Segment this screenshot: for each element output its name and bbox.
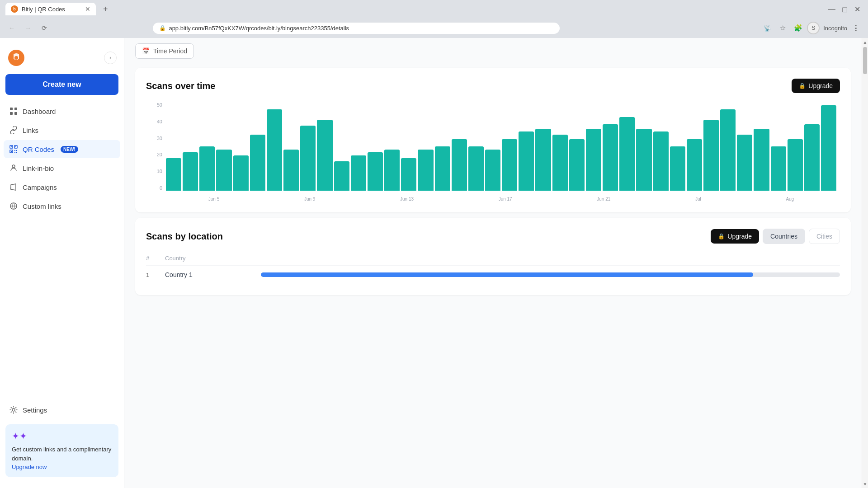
scroll-thumb[interactable]	[863, 47, 867, 74]
scans-upgrade-button[interactable]: 🔒 Upgrade	[792, 79, 840, 93]
promo-upgrade-link[interactable]: Upgrade now	[12, 464, 47, 470]
url-text: app.bitly.com/Bn57fQxKX7W/qrcodes/bit.ly…	[169, 25, 553, 32]
sidebar-item-qrcodes[interactable]: QR Codes NEW!	[4, 140, 120, 158]
bookmark-icon[interactable]: ☆	[776, 22, 789, 34]
cast-icon[interactable]: 📡	[761, 22, 774, 34]
new-tab-button[interactable]: +	[99, 3, 112, 16]
svg-rect-5	[14, 112, 17, 115]
bar-17	[452, 139, 467, 191]
bar-31	[687, 139, 702, 191]
svg-rect-3	[14, 108, 17, 110]
incognito-label: Incognito	[823, 25, 847, 32]
y-label-10: 10	[157, 169, 162, 174]
nav-forward-button[interactable]: →	[22, 22, 34, 34]
x-label-jul: Jul	[695, 197, 701, 202]
link-in-bio-icon	[9, 164, 18, 173]
countries-tab-button[interactable]: Countries	[763, 229, 805, 244]
y-label-20: 20	[157, 152, 162, 157]
browser-tab[interactable]: b Bitly | QR Codes ✕	[5, 3, 96, 15]
bar-26	[603, 124, 618, 191]
x-label-aug: Aug	[786, 197, 794, 202]
address-bar[interactable]: 🔒 app.bitly.com/Bn57fQxKX7W/qrcodes/bit.…	[153, 23, 560, 34]
cities-tab-button[interactable]: Cities	[809, 229, 840, 244]
location-table: # Country 1 Country 1	[146, 251, 840, 284]
browser-toolbar: ← → ⟳ 🔒 app.bitly.com/Bn57fQxKX7W/qrcode…	[0, 18, 868, 38]
row-country-name: Country 1	[165, 271, 255, 278]
bar-20	[502, 139, 517, 191]
scroll-up-button[interactable]: ▲	[862, 38, 868, 46]
window-restore-icon[interactable]: ◻	[839, 4, 850, 14]
settings-label: Settings	[23, 406, 47, 414]
bar-30	[670, 146, 685, 191]
browser-menu-icon[interactable]: ⋮	[850, 22, 863, 34]
svg-rect-7	[11, 146, 12, 147]
bar-24	[569, 139, 585, 191]
y-label-40: 40	[157, 119, 162, 124]
time-period-button[interactable]: 📅 Time Period	[135, 43, 194, 59]
bar-27	[619, 117, 635, 191]
sidebar-item-dashboard[interactable]: Dashboard	[4, 102, 120, 120]
x-label-jun17: Jun 17	[499, 197, 512, 202]
window-close-icon[interactable]: ✕	[852, 4, 863, 14]
sidebar-item-link-in-bio[interactable]: Link-in-bio	[4, 159, 120, 177]
row-bar-container	[261, 272, 840, 277]
sidebar-item-campaigns[interactable]: Campaigns	[4, 178, 120, 196]
svg-rect-2	[10, 108, 13, 110]
browser-titlebar: b Bitly | QR Codes ✕ + — ◻ ✕	[0, 0, 868, 18]
svg-rect-9	[15, 146, 16, 147]
scroll-down-button[interactable]: ▼	[862, 480, 868, 488]
sidebar-item-settings[interactable]: Settings	[4, 401, 120, 419]
bar-1	[183, 152, 198, 191]
user-profile-icon[interactable]: S	[807, 22, 820, 34]
sidebar-item-custom-links[interactable]: Custom links	[4, 197, 120, 215]
bar-21	[519, 131, 534, 191]
bar-3	[216, 150, 231, 191]
time-period-label: Time Period	[153, 47, 187, 55]
scans-upgrade-label: Upgrade	[808, 82, 833, 89]
tab-close-icon[interactable]: ✕	[85, 5, 90, 13]
sidebar-item-links[interactable]: Links	[4, 121, 120, 139]
bar-4	[233, 155, 249, 191]
svg-rect-12	[14, 150, 15, 151]
x-label-jun21: Jun 21	[597, 197, 610, 202]
y-label-30: 30	[157, 136, 162, 141]
create-new-button[interactable]: Create new	[5, 74, 118, 95]
svg-point-1	[14, 56, 18, 60]
nav-back-button[interactable]: ←	[5, 22, 18, 34]
x-label-jun13: Jun 13	[400, 197, 414, 202]
window-controls: — ◻ ✕	[826, 4, 863, 14]
table-col-num-header: #	[146, 255, 160, 262]
campaigns-icon	[9, 183, 18, 192]
bar-35	[754, 129, 769, 191]
scans-by-location-section: Scans by location 🔒 Upgrade Countries Ci…	[135, 218, 851, 295]
campaigns-label: Campaigns	[23, 183, 57, 191]
window-minimize-icon[interactable]: —	[826, 4, 837, 14]
sidebar-collapse-button[interactable]: ‹	[104, 52, 117, 64]
svg-rect-15	[16, 152, 17, 153]
dashboard-icon	[9, 107, 18, 116]
x-label-jun5: Jun 5	[208, 197, 219, 202]
main-content: 📅 Time Period Scans over time 🔒 Upgrade …	[124, 38, 862, 488]
table-row: 1 Country 1	[146, 266, 840, 284]
nav-reload-button[interactable]: ⟳	[38, 22, 51, 34]
bar-2	[199, 146, 215, 191]
location-upgrade-button[interactable]: 🔒 Upgrade	[711, 229, 759, 244]
lock-icon: 🔒	[159, 25, 166, 31]
promo-stars-icon: ✦✦	[12, 431, 112, 441]
tab-favicon: b	[11, 5, 18, 13]
bar-11	[351, 155, 366, 191]
location-upgrade-label: Upgrade	[727, 233, 752, 240]
scroll-track[interactable]: ▲ ▼	[862, 38, 868, 488]
lock-upgrade-icon: 🔒	[799, 83, 806, 89]
svg-rect-13	[16, 150, 17, 151]
bar-28	[636, 129, 651, 191]
links-icon	[9, 126, 18, 135]
bar-23	[552, 135, 568, 191]
bar-22	[535, 129, 551, 191]
scans-over-time-section: Scans over time 🔒 Upgrade 50 40 30 20 10…	[135, 68, 851, 212]
bar-36	[771, 146, 786, 191]
promo-text: Get custom links and a complimentary dom…	[12, 445, 112, 463]
promo-card: ✦✦ Get custom links and a complimentary …	[0, 419, 124, 483]
browser-extensions-icon[interactable]: 🧩	[792, 22, 804, 34]
bar-5	[250, 135, 265, 191]
